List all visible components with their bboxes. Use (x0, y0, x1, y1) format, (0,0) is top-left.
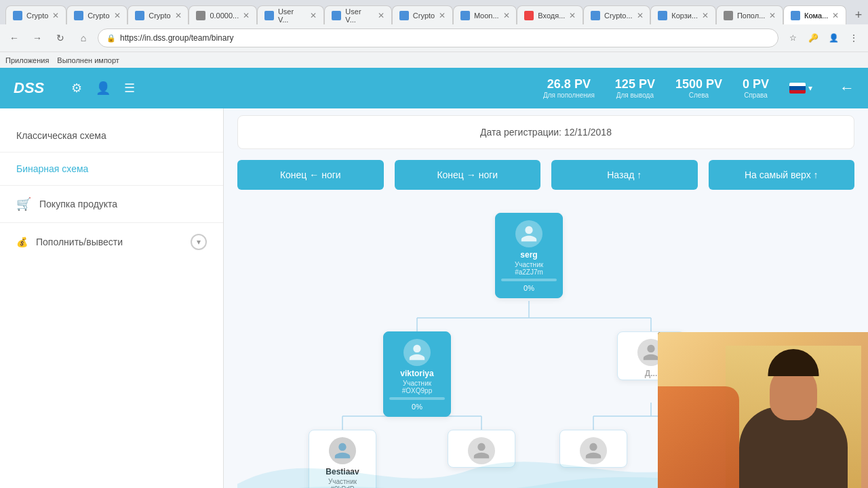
back-nav-button[interactable]: ← (5, 29, 23, 47)
node-avatar-bestiaav (329, 437, 356, 464)
sidebar-item-classic[interactable]: Классическая схема (0, 122, 223, 149)
expand-button[interactable]: ▾ (191, 234, 207, 250)
node-avatar-viktoriya (403, 339, 431, 366)
node-bar-serg (501, 279, 557, 281)
stat-replenishment: 26.8 PV Для пополнения (543, 77, 595, 99)
bookmark-apps[interactable]: Приложения (5, 56, 49, 64)
tab-9[interactable]: Входя... ✕ (517, 5, 583, 24)
btn-left-end[interactable]: Конец ← ноги (237, 160, 384, 190)
lock-icon: 🔒 (106, 34, 116, 43)
tab-8[interactable]: Moon... ✕ (453, 5, 517, 24)
node-bar-viktoriya (389, 397, 445, 400)
tree-node-rl-empty[interactable] (559, 430, 627, 468)
video-overlay: ● (658, 332, 868, 488)
sidebar-divider-3 (0, 222, 223, 223)
binary-scheme-label: Бинарная схема (16, 163, 88, 174)
address-bar[interactable]: 🔒 https://in.dss.group/team/binary (98, 28, 778, 47)
header-stats: 26.8 PV Для пополнения 125 PV Для вывода… (543, 77, 854, 99)
node-role-serg: Участник (496, 261, 562, 268)
classic-scheme-label: Классическая схема (16, 130, 106, 141)
tab-close-2[interactable]: ✕ (114, 11, 121, 20)
header-icons: ⚙ 👤 ☰ (71, 81, 135, 96)
tab-10[interactable]: Crypto... ✕ (583, 5, 650, 24)
tab-11[interactable]: Корзи... ✕ (650, 5, 716, 24)
tab-close-9[interactable]: ✕ (569, 11, 576, 20)
bookmarks-bar: Приложения Выполнен импорт (0, 52, 868, 68)
tree-node-serg[interactable]: serg Участник #a2ZJ7m 0% (495, 213, 563, 298)
stat-right: 0 PV Справа (743, 77, 769, 99)
settings-icon[interactable]: ⚙ (71, 81, 82, 96)
node-name-bestiaav: Bestiaav (309, 467, 376, 476)
sidebar-item-product[interactable]: 🛒 Покупка продукта (0, 188, 223, 220)
forward-nav-button[interactable]: → (28, 29, 46, 47)
node-avatar-lm-empty (468, 437, 495, 464)
stat-withdrawal: 125 PV Для вывода (615, 77, 655, 99)
flag-icon (789, 83, 806, 94)
btn-top[interactable]: На самый верх ↑ (709, 160, 855, 190)
tree-node-viktoriya[interactable]: viktoriya Участник #OXQ9pp 0% (383, 331, 451, 417)
btn-back[interactable]: Назад ↑ (551, 160, 698, 190)
reload-button[interactable]: ↻ (52, 29, 69, 47)
tab-7[interactable]: Crypto ✕ (392, 5, 453, 24)
sidebar: Классическая схема Бинарная схема 🛒 Поку… (0, 108, 224, 488)
tab-close-6[interactable]: ✕ (378, 11, 384, 20)
btn-right-end[interactable]: Конец → ноги (395, 160, 541, 190)
bookmark-icon[interactable]: ☆ (784, 29, 802, 47)
tab-close-10[interactable]: ✕ (637, 11, 644, 20)
cart-icon: 🛒 (16, 197, 31, 211)
tab-close-11[interactable]: ✕ (702, 11, 709, 20)
stat-left: 1500 PV Слева (675, 77, 722, 99)
date-value: 12/11/2018 (564, 127, 612, 138)
language-selector[interactable]: ▾ (789, 83, 812, 94)
sidebar-item-binary[interactable]: Бинарная схема (0, 155, 223, 182)
tree-node-lm-empty[interactable] (448, 430, 515, 468)
tab-2[interactable]: Crypto ✕ (66, 5, 127, 24)
tab-close-7[interactable]: ✕ (439, 11, 446, 20)
nav-buttons: Конец ← ноги Конец → ноги Назад ↑ На сам… (237, 160, 854, 190)
sidebar-item-finance[interactable]: 💰 Пополнить/вывести ▾ (0, 226, 223, 258)
profile-icon[interactable]: 👤 (825, 29, 842, 47)
tree-node-bestiaav[interactable]: Bestiaav Участник #0kPdP 0% (309, 430, 376, 488)
node-id-bestiaav: #0kPdP (309, 485, 376, 488)
tab-1[interactable]: Crypto ✕ (5, 5, 66, 24)
tab-5[interactable]: User V... ✕ (257, 5, 324, 24)
menu-hamburger-icon[interactable]: ☰ (124, 81, 135, 96)
tab-12[interactable]: Попол... ✕ (716, 5, 783, 24)
finance-label: Пополнить/вывести (36, 237, 123, 247)
back-arrow-button[interactable]: ← (840, 79, 854, 97)
node-percent-viktoriya: 0% (384, 403, 450, 416)
tab-close-5[interactable]: ✕ (310, 11, 317, 20)
extension-icon[interactable]: 🔑 (804, 29, 822, 47)
node-id-viktoriya: #OXQ9pp (384, 387, 450, 394)
node-name-viktoriya: viktoriya (384, 369, 450, 378)
tab-close-12[interactable]: ✕ (769, 11, 776, 20)
tab-close-3[interactable]: ✕ (175, 11, 182, 20)
home-button[interactable]: ⌂ (75, 29, 92, 47)
browser-chrome: Crypto ✕ Crypto ✕ Crypto ✕ 0.0000... ✕ U… (0, 0, 868, 68)
address-bar-row: ← → ↻ ⌂ 🔒 https://in.dss.group/team/bina… (0, 24, 868, 52)
tab-13[interactable]: Кома... ✕ (783, 5, 846, 24)
tab-close-13[interactable]: ✕ (832, 11, 839, 20)
node-name-serg: serg (496, 250, 562, 260)
logo: DSS (14, 79, 44, 97)
tab-close-8[interactable]: ✕ (503, 11, 510, 20)
url-text: https://in.dss.group/team/binary (120, 33, 233, 43)
menu-icon[interactable]: ⋮ (845, 29, 863, 47)
product-label: Покупка продукта (39, 199, 117, 209)
bookmark-import[interactable]: Выполнен импорт (57, 56, 119, 64)
top-header: DSS ⚙ 👤 ☰ 26.8 PV Для пополнения 125 PV … (0, 68, 868, 108)
tab-bar: Crypto ✕ Crypto ✕ Crypto ✕ 0.0000... ✕ U… (0, 0, 868, 24)
node-role-viktoriya: Участник (384, 380, 450, 387)
node-id-serg: #a2ZJ7m (496, 268, 562, 276)
tab-3[interactable]: Crypto ✕ (127, 5, 189, 24)
finance-icon: 💰 (16, 237, 28, 247)
new-tab-button[interactable]: + (849, 5, 868, 24)
user-icon[interactable]: 👤 (96, 81, 111, 96)
tab-close-1[interactable]: ✕ (52, 11, 59, 20)
tab-close-4[interactable]: ✕ (243, 11, 250, 20)
tab-4[interactable]: 0.0000... ✕ (189, 5, 257, 24)
tab-6[interactable]: User V... ✕ (324, 5, 391, 24)
browser-actions: ☆ 🔑 👤 ⋮ (784, 29, 863, 47)
date-label: Дата регистрации: (480, 127, 561, 138)
node-role-bestiaav: Участник (309, 478, 376, 485)
